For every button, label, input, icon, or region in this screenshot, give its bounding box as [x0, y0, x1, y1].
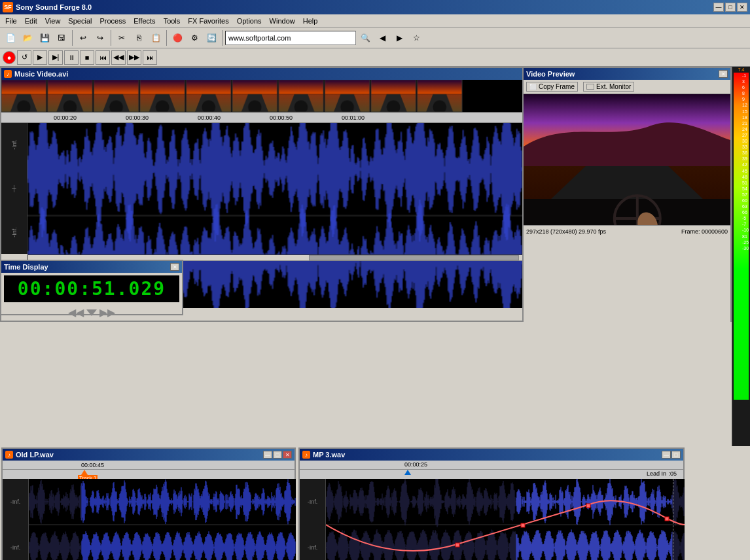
save-button[interactable]: 💾: [37, 30, 52, 46]
app-icon: SF: [3, 2, 13, 12]
minimize-button[interactable]: —: [713, 3, 724, 12]
track-cursor: ┼: [12, 185, 16, 192]
video-preview-title: Video Preview: [526, 70, 575, 78]
video-controls: ⬜ Copy Frame Ext. Monitor: [524, 80, 730, 94]
pause-button[interactable]: ⏸: [64, 50, 79, 65]
old-lp-close[interactable]: ✕: [283, 451, 292, 459]
record-button[interactable]: 🔴: [170, 30, 185, 46]
copy-button[interactable]: ⎘: [131, 30, 147, 46]
mp3-marker-05: :05: [668, 470, 677, 477]
old-lp-waveform: [29, 479, 296, 560]
mp3-title: MP 3.wav: [313, 451, 345, 459]
old-lp-minimize[interactable]: —: [263, 451, 272, 459]
video-canvas: [524, 94, 730, 225]
db-label: 39: [742, 156, 750, 162]
record-transport-button[interactable]: ●: [3, 51, 16, 64]
url-input[interactable]: [225, 31, 356, 45]
scrollbar-thumb[interactable]: [309, 255, 520, 260]
db-label: 30: [742, 138, 750, 144]
time-display-value: 00:00:51.029: [18, 278, 166, 300]
time-nav-left[interactable]: ◀◀: [68, 306, 84, 319]
vu-meter-panel: 7.4 -1 3 6 8 9 12 15 18 21 24 27 30 33 3…: [732, 67, 750, 446]
db-label: 15: [742, 109, 750, 114]
db-label: -10: [742, 227, 750, 233]
track-inf-label1: -Inf.: [10, 140, 17, 150]
cut-button[interactable]: ✂: [114, 30, 130, 46]
menu-view[interactable]: View: [41, 16, 65, 26]
loop-button[interactable]: ↺: [17, 50, 31, 65]
vu-peak-value: 7.4: [732, 67, 750, 73]
paste-button[interactable]: 📋: [148, 30, 164, 46]
toolbar-sep4: [222, 30, 223, 46]
time-display-content: 00:00:51.029: [4, 275, 179, 302]
forward-button[interactable]: ▶: [391, 30, 407, 46]
new-button[interactable]: 📄: [3, 30, 18, 46]
db-label: 54: [742, 186, 750, 192]
menu-process[interactable]: Process: [96, 16, 130, 26]
properties-button[interactable]: ⚙: [187, 30, 202, 46]
goto-end-button[interactable]: ⏭: [143, 50, 157, 65]
play-button[interactable]: ▶: [33, 50, 47, 65]
ext-monitor-label: Ext. Monitor: [596, 83, 631, 90]
ext-monitor-icon: [586, 84, 594, 90]
copy-frame-label: Copy Frame: [539, 83, 575, 90]
toolbar-sep1: [72, 30, 73, 46]
video-preview-close[interactable]: ✕: [719, 70, 728, 78]
mp3-marker-row: Lead In :05: [300, 470, 683, 479]
close-button[interactable]: ✕: [737, 3, 747, 12]
db-label: 3: [742, 79, 750, 84]
mp3-inf1: -Inf.: [308, 499, 318, 505]
old-lp-labels: -Inf. -Inf.: [3, 479, 29, 560]
db-label: -30: [742, 245, 750, 251]
undo-button[interactable]: ↩: [75, 30, 91, 46]
play-pause-button[interactable]: ▶|: [48, 50, 63, 65]
old-lp-window: ♪ Old LP.wav — □ ✕ 00:00:45 Track 1 -Inf…: [1, 447, 296, 560]
mp3-minimize[interactable]: —: [662, 451, 671, 459]
goto-start-button[interactable]: ⏮: [96, 50, 110, 65]
menu-help[interactable]: Help: [299, 16, 322, 26]
copy-frame-button[interactable]: ⬜ Copy Frame: [526, 82, 578, 92]
video-preview-titlebar: Video Preview ✕: [524, 68, 730, 80]
menu-tools[interactable]: Tools: [160, 16, 185, 26]
rewind-button[interactable]: ◀◀: [111, 50, 126, 65]
fast-forward-button[interactable]: ▶▶: [127, 50, 141, 65]
menu-file[interactable]: File: [1, 16, 21, 26]
back-button[interactable]: ◀: [374, 30, 390, 46]
bookmark-button[interactable]: ☆: [408, 30, 424, 46]
time-display-titlebar: Time Display ✕: [1, 261, 182, 273]
video-dimensions: 297x218 (720x480) 29.970 fps: [526, 228, 606, 235]
time-display-window: Time Display ✕ 00:00:51.029 ◀◀ ▶▶: [0, 260, 183, 315]
mp3-ruler: 00:00:25: [300, 461, 683, 470]
time-nav-right[interactable]: ▶▶: [99, 306, 115, 319]
track-label-col: -Inf. ┼ -Inf.: [1, 123, 27, 254]
old-lp-marker-row: Track 1: [3, 470, 295, 479]
mp3-window: ♪ MP 3.wav — □ 00:00:25 Lead In :05 -Inf…: [298, 447, 685, 560]
mp3-inf2: -Inf.: [308, 544, 318, 551]
redo-button[interactable]: ↪: [92, 30, 108, 46]
time-display-close[interactable]: ✕: [170, 263, 179, 271]
open-button[interactable]: 📂: [20, 30, 35, 46]
menu-options[interactable]: Options: [233, 16, 266, 26]
main-window-title: Music Video.avi: [14, 70, 68, 78]
video-preview-window: Video Preview ✕ ⬜ Copy Frame Ext. Monito…: [522, 67, 732, 322]
stop-button[interactable]: ■: [80, 50, 94, 65]
old-lp-icon: ♪: [5, 451, 13, 459]
menu-effects[interactable]: Effects: [130, 16, 159, 26]
refresh-button[interactable]: 🔄: [204, 30, 219, 46]
ext-monitor-button[interactable]: Ext. Monitor: [583, 82, 634, 92]
menu-fxfavorites[interactable]: FX Favorites: [184, 16, 232, 26]
menu-window[interactable]: Window: [266, 16, 299, 26]
db-label: 9: [742, 96, 750, 102]
mp3-waveform: [326, 479, 685, 560]
thumbnail-strip: [1, 80, 463, 112]
go-button[interactable]: 🔍: [357, 30, 373, 46]
maximize-button[interactable]: □: [725, 3, 736, 12]
menu-special[interactable]: Special: [64, 16, 96, 26]
old-lp-maximize[interactable]: □: [273, 451, 282, 459]
mp3-waveform-area: -Inf. -Inf.: [300, 479, 683, 560]
menu-edit[interactable]: Edit: [21, 16, 41, 26]
save-as-button[interactable]: 🖫: [54, 30, 69, 46]
db-label: 81: [742, 234, 750, 239]
db-label: 45: [742, 168, 750, 174]
mp3-maximize[interactable]: □: [671, 451, 681, 459]
